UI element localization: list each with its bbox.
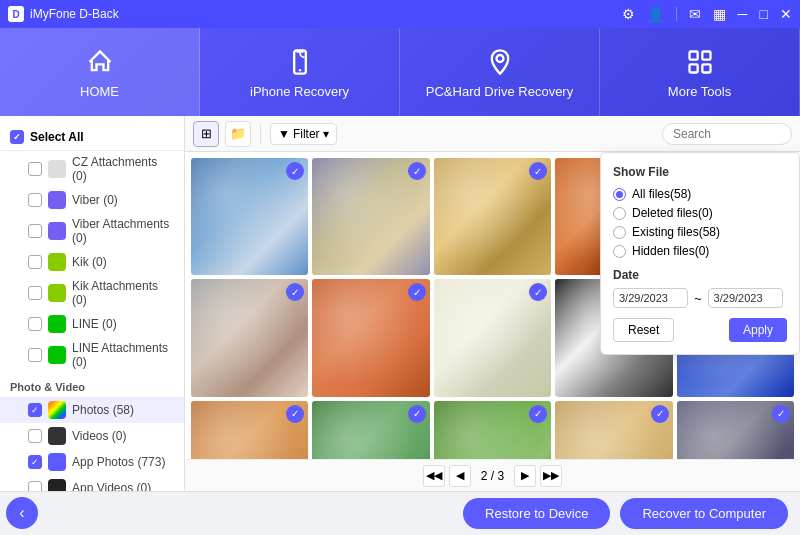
minimize-icon[interactable]: ─ xyxy=(738,6,748,22)
svg-point-1 xyxy=(298,69,300,71)
videos-checkbox[interactable] xyxy=(28,429,42,443)
photos-checkbox[interactable]: ✓ xyxy=(28,403,42,417)
sidebar-item-viber-att[interactable]: Viber Attachments (0) xyxy=(0,213,184,249)
photo-cell[interactable]: ✓ xyxy=(312,158,429,275)
nav-home-label: HOME xyxy=(80,84,119,99)
date-to-input[interactable] xyxy=(708,288,783,308)
date-label: Date xyxy=(613,268,787,282)
svg-point-2 xyxy=(496,55,503,62)
nav-more-tools[interactable]: More Tools xyxy=(600,28,800,116)
photo-cell[interactable]: ✓ xyxy=(312,401,429,459)
location-icon xyxy=(484,46,516,78)
reset-btn[interactable]: Reset xyxy=(613,318,674,342)
filter-option-existing[interactable]: Existing files(58) xyxy=(613,225,787,239)
photo-cell[interactable]: ✓ xyxy=(434,279,551,396)
photo-check-overlay[interactable]: ✓ xyxy=(772,405,790,423)
photo-check-overlay[interactable]: ✓ xyxy=(651,405,669,423)
filter-option-deleted[interactable]: Deleted files(0) xyxy=(613,206,787,220)
kik-checkbox[interactable] xyxy=(28,255,42,269)
sidebar-item-kik-att[interactable]: Kik Attachments (0) xyxy=(0,275,184,311)
apply-btn[interactable]: Apply xyxy=(729,318,787,342)
date-from-input[interactable] xyxy=(613,288,688,308)
close-icon[interactable]: ✕ xyxy=(780,6,792,22)
back-btn[interactable]: ‹ xyxy=(6,497,38,529)
folder-view-btn[interactable]: 📁 xyxy=(225,121,251,147)
photo-cell[interactable]: ✓ xyxy=(191,279,308,396)
nav-pc-label: PC&Hard Drive Recovery xyxy=(426,84,573,99)
sidebar-item-videos[interactable]: Videos (0) xyxy=(0,423,184,449)
sidebar-item-cz-att[interactable]: CZ Attachments (0) xyxy=(0,151,184,187)
filter-option-all[interactable]: All files(58) xyxy=(613,187,787,201)
sidebar-item-photos[interactable]: ✓ Photos (58) xyxy=(0,397,184,423)
radio-existing[interactable] xyxy=(613,226,626,239)
user-icon[interactable]: 👤 xyxy=(647,6,664,22)
search-input[interactable] xyxy=(662,123,792,145)
line-checkbox[interactable] xyxy=(28,317,42,331)
photo-check-overlay[interactable]: ✓ xyxy=(408,162,426,180)
viber-att-label: Viber Attachments (0) xyxy=(72,217,174,245)
line-att-checkbox[interactable] xyxy=(28,348,42,362)
last-page-btn[interactable]: ▶▶ xyxy=(540,465,562,487)
radio-deleted[interactable] xyxy=(613,207,626,220)
nav-home[interactable]: HOME xyxy=(0,28,200,116)
home-icon xyxy=(84,46,116,78)
filter-existing-label: Existing files(58) xyxy=(632,225,720,239)
app-photos-checkbox[interactable]: ✓ xyxy=(28,455,42,469)
kik-att-checkbox[interactable] xyxy=(28,286,42,300)
first-page-btn[interactable]: ◀◀ xyxy=(423,465,445,487)
viber-icon xyxy=(48,191,66,209)
sidebar-item-kik[interactable]: Kik (0) xyxy=(0,249,184,275)
app-title: iMyFone D-Back xyxy=(30,7,119,21)
nav-more-label: More Tools xyxy=(668,84,731,99)
toolbar-separator xyxy=(260,124,261,144)
nav-iphone-recovery[interactable]: iPhone Recovery xyxy=(200,28,400,116)
kik-label: Kik (0) xyxy=(72,255,107,269)
sidebar-item-line-att[interactable]: LINE Attachments (0) xyxy=(0,337,184,373)
sidebar: ✓ Select All CZ Attachments (0) Viber (0… xyxy=(0,116,185,491)
grid-view-btn[interactable]: ⊞ xyxy=(193,121,219,147)
photo-cell[interactable]: ✓ xyxy=(434,158,551,275)
photo-cell[interactable]: ✓ xyxy=(312,279,429,396)
sidebar-item-app-videos[interactable]: App Videos (0) xyxy=(0,475,184,491)
filter-option-hidden[interactable]: Hidden files(0) xyxy=(613,244,787,258)
select-all-row[interactable]: ✓ Select All xyxy=(0,124,184,151)
nav-pc-recovery[interactable]: PC&Hard Drive Recovery xyxy=(400,28,600,116)
svg-rect-3 xyxy=(689,51,697,59)
maximize-icon[interactable]: □ xyxy=(760,6,768,22)
photo-cell[interactable]: ✓ xyxy=(677,401,794,459)
email-icon[interactable]: ✉ xyxy=(689,6,701,22)
app-video-icon xyxy=(48,479,66,491)
sidebar-item-line[interactable]: LINE (0) xyxy=(0,311,184,337)
filter-btn[interactable]: ▼ Filter ▾ xyxy=(270,123,337,145)
photo-cell[interactable]: ✓ xyxy=(434,401,551,459)
photo-cell[interactable]: ✓ xyxy=(191,158,308,275)
svg-rect-5 xyxy=(689,64,697,72)
cz-icon xyxy=(48,160,66,178)
cz-att-checkbox[interactable] xyxy=(28,162,42,176)
photo-check-overlay[interactable]: ✓ xyxy=(408,405,426,423)
photo-cell[interactable]: ✓ xyxy=(555,401,672,459)
radio-all[interactable] xyxy=(613,188,626,201)
titlebar: D iMyFone D-Back ⚙ 👤 ✉ ▦ ─ □ ✕ xyxy=(0,0,800,28)
photo-cell[interactable]: ✓ xyxy=(191,401,308,459)
settings-icon[interactable]: ⚙ xyxy=(622,6,635,22)
prev-page-btn[interactable]: ◀ xyxy=(449,465,471,487)
app-videos-checkbox[interactable] xyxy=(28,481,42,491)
content-area: ⊞ 📁 ▼ Filter ▾ Show File All files(58) D… xyxy=(185,116,800,491)
sidebar-item-app-photos[interactable]: ✓ App Photos (773) xyxy=(0,449,184,475)
toolbar: ⊞ 📁 ▼ Filter ▾ xyxy=(185,116,800,152)
restore-to-device-btn[interactable]: Restore to Device xyxy=(463,498,610,529)
recover-to-computer-btn[interactable]: Recover to Computer xyxy=(620,498,788,529)
photo-check-overlay[interactable]: ✓ xyxy=(529,405,547,423)
pagination-row: ◀◀ ◀ 2 / 3 ▶ ▶▶ xyxy=(185,459,800,491)
select-all-checkbox[interactable]: ✓ xyxy=(10,130,24,144)
grid-icon[interactable]: ▦ xyxy=(713,6,726,22)
sidebar-item-viber[interactable]: Viber (0) xyxy=(0,187,184,213)
viber-att-checkbox[interactable] xyxy=(28,224,42,238)
select-all-label: Select All xyxy=(30,130,84,144)
filter-arrow: ▾ xyxy=(323,127,329,141)
next-page-btn[interactable]: ▶ xyxy=(514,465,536,487)
viber-checkbox[interactable] xyxy=(28,193,42,207)
svg-rect-6 xyxy=(702,64,710,72)
radio-hidden[interactable] xyxy=(613,245,626,258)
